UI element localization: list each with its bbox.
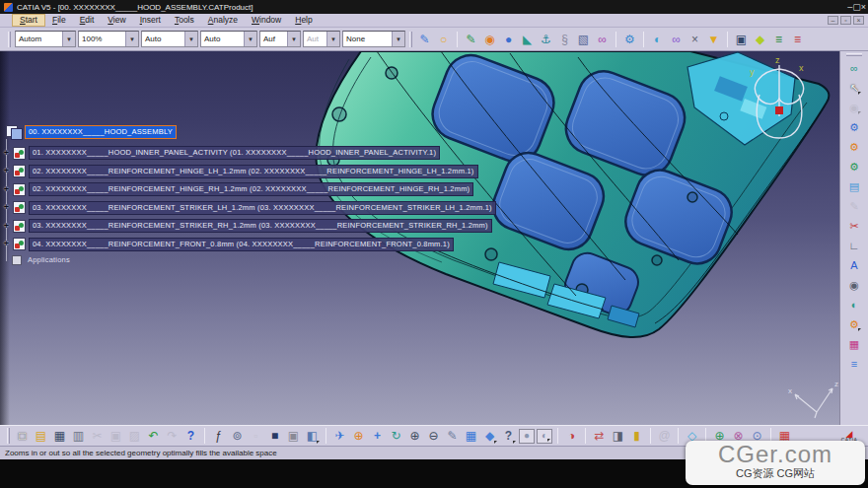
menu-item-insert[interactable]: Insert: [133, 14, 168, 27]
color-squares-icon[interactable]: ▦: [846, 336, 862, 352]
undo-icon[interactable]: ↶: [145, 428, 162, 445]
link-dim-icon[interactable]: ▫: [248, 428, 264, 445]
menu-item-edit[interactable]: Edit: [73, 14, 102, 27]
copy-icon[interactable]: ▣: [108, 428, 124, 445]
structure-tree-icon[interactable]: ≡: [846, 356, 862, 372]
toolbar-grip[interactable]: [7, 428, 10, 444]
tree-node-label[interactable]: 03. XXXXXXXX_____REINFORCEMENT_STRIKER_R…: [29, 219, 492, 233]
fly-mode-icon[interactable]: ✈: [331, 428, 348, 445]
look-at-icon[interactable]: ?: [500, 428, 517, 445]
iso-view-cube-icon[interactable]: ◆: [481, 428, 498, 445]
mdi-close-button[interactable]: ×: [853, 16, 864, 25]
camera-icon[interactable]: ◉: [846, 277, 862, 293]
component-box-icon[interactable]: ⚙: [846, 159, 862, 174]
tree-expander[interactable]: +: [2, 149, 11, 158]
pan-icon[interactable]: +: [369, 428, 386, 445]
part-node-icon[interactable]: [13, 220, 26, 233]
line-type-select[interactable]: Auto▼: [200, 31, 257, 47]
point-symbol-select[interactable]: Auf▼: [259, 31, 301, 47]
graphic-wizard-icon[interactable]: ○: [435, 31, 452, 47]
expand-tree-icon[interactable]: ≡: [770, 31, 787, 47]
mdi-minimize-button[interactable]: –: [828, 16, 838, 25]
toolbar-grip[interactable]: [8, 32, 11, 47]
filter-funnel-icon[interactable]: ▼: [705, 31, 722, 47]
select-cursor-icon[interactable]: ↖: [846, 80, 862, 96]
tree-expander[interactable]: +: [2, 222, 11, 231]
zoom-in-icon[interactable]: ⊕: [406, 428, 423, 445]
menu-item-file[interactable]: File: [45, 14, 73, 27]
tree-node-label[interactable]: 03. XXXXXXXX_____REINFORCEMENT_STRIKER_L…: [29, 201, 496, 215]
workbench-box-icon[interactable]: ▣: [733, 31, 750, 47]
tree-node-label[interactable]: 01. XXXXXXXX_____HOOD_INNER_PANEL_ACTIVI…: [29, 146, 440, 160]
chevron-down-icon[interactable]: ▼: [184, 32, 197, 46]
gem-icon[interactable]: ◆: [752, 31, 768, 47]
tree-expander[interactable]: +: [2, 203, 11, 212]
weight-anchor-icon[interactable]: ⚓: [538, 31, 554, 47]
gear-orange-icon[interactable]: ⚙: [846, 316, 862, 332]
snap-cut-icon[interactable]: ✂: [846, 218, 862, 234]
tree-node-label[interactable]: 04. XXXXXXXX_____REINFORCEMENT_FRONT_0.8…: [29, 238, 454, 251]
formula-icon[interactable]: ƒ: [210, 428, 227, 445]
3d-viewport[interactable]: y z x x z 00. XXXXXXXX_____HOOD_ASSEMBLY…: [0, 51, 839, 425]
menu-item-window[interactable]: Window: [245, 14, 288, 27]
render-style-select[interactable]: Aut▼: [303, 31, 340, 47]
knowledge-links-icon[interactable]: ∞: [846, 60, 862, 76]
window-link-icon[interactable]: ▧: [575, 31, 592, 47]
comment-icon[interactable]: ⊚: [229, 428, 246, 445]
chevron-down-icon[interactable]: ▼: [287, 32, 300, 46]
chevron-down-icon[interactable]: ▼: [244, 32, 256, 46]
close-button[interactable]: ×: [861, 2, 866, 12]
paintbrush-icon[interactable]: ✎: [416, 31, 433, 47]
picture-frame-icon[interactable]: ▤: [846, 178, 862, 194]
collapse-tree-icon[interactable]: ≡: [789, 31, 806, 47]
new-document-icon[interactable]: □: [14, 428, 31, 445]
orbit-compass-icon[interactable]: ⊕: [350, 428, 367, 445]
catalog-icon[interactable]: ◐: [649, 31, 666, 47]
part-node-icon[interactable]: [13, 165, 26, 177]
normal-view-icon[interactable]: ✎: [444, 428, 461, 445]
line-weight-select[interactable]: Auto▼: [141, 31, 198, 47]
product-component-icon[interactable]: ⚙: [846, 119, 862, 135]
multi-view-icon[interactable]: ▦: [463, 428, 479, 445]
shaded-edges-icon[interactable]: ◐: [537, 429, 552, 444]
open-folder-icon[interactable]: ▤: [33, 428, 49, 445]
format-disc-icon[interactable]: ◉: [481, 31, 498, 47]
knowledge-window-icon[interactable]: ■: [266, 428, 283, 445]
chevron-down-icon[interactable]: ▼: [125, 32, 138, 46]
part-node-icon[interactable]: [13, 147, 26, 160]
print-icon[interactable]: ▥: [70, 428, 87, 445]
chevron-down-icon[interactable]: ▼: [326, 32, 339, 46]
save-icon[interactable]: ▦: [51, 428, 68, 445]
tree-node-label[interactable]: 02. XXXXXXXX_____REINFORCEMENT_HINGE_LH_…: [29, 165, 478, 178]
hide-show-icon[interactable]: ◑: [563, 428, 580, 445]
tree-node-applications-label[interactable]: Applications: [25, 254, 73, 266]
menu-item-analyze[interactable]: Analyze: [201, 14, 245, 27]
cut-icon[interactable]: ✂: [89, 428, 106, 445]
part-node-icon[interactable]: [13, 201, 26, 214]
kwe-swap-icon[interactable]: ◧: [304, 428, 321, 445]
pen-icon[interactable]: ✎: [463, 31, 479, 47]
menu-item-help[interactable]: Help: [288, 14, 319, 27]
tree-node-label[interactable]: 00. XXXXXXXX_____HOOD_ASSEMBLY: [25, 125, 177, 139]
fill-color-select[interactable]: Autom▼: [15, 31, 76, 47]
annotation-text-icon[interactable]: A: [846, 257, 862, 273]
part-node-icon[interactable]: [13, 238, 26, 250]
part-node-icon[interactable]: [13, 183, 26, 196]
mdi-restore-button[interactable]: ▫: [840, 16, 851, 25]
menu-item-tools[interactable]: Tools: [168, 14, 201, 27]
knot-icon[interactable]: ∞: [668, 31, 685, 47]
render-globe-icon[interactable]: ◐: [846, 297, 862, 313]
redo-icon[interactable]: ↷: [164, 428, 181, 445]
lock-yellow-icon[interactable]: ▮: [628, 428, 645, 445]
sphere-icon[interactable]: ●: [500, 31, 517, 47]
swap-visible-space-icon[interactable]: ⇄: [591, 428, 608, 445]
product-root-icon[interactable]: [6, 125, 22, 139]
constraint-icon[interactable]: ∟: [846, 238, 862, 253]
set-square-icon[interactable]: ◣: [519, 31, 536, 47]
tree-node-label[interactable]: 02. XXXXXXXX_____REINFORCEMENT_HINGE_RH_…: [29, 182, 473, 196]
menu-item-start[interactable]: Start: [12, 14, 45, 27]
maximize-button[interactable]: ▢: [852, 2, 861, 12]
zoom-out-icon[interactable]: ⊖: [425, 428, 442, 445]
opacity-select[interactable]: 100%▼: [78, 31, 139, 47]
paste-icon[interactable]: ▨: [126, 428, 143, 445]
